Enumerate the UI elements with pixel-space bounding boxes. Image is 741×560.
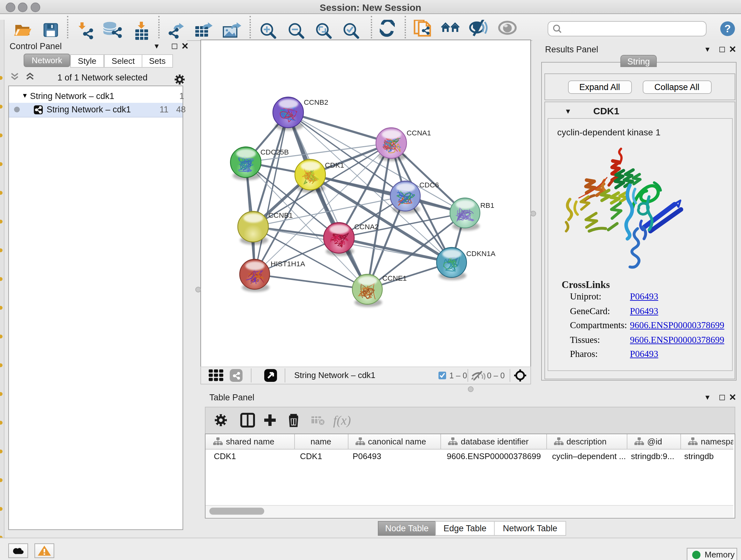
svg-text:RB1: RB1 [480,201,494,209]
svg-text:?: ? [724,23,731,35]
svg-text:1 – 0: 1 – 0 [449,371,467,380]
svg-text:CDKN1A: CDKN1A [466,250,496,258]
svg-text:CCNA2: CCNA2 [354,223,379,231]
svg-text:HIST1H1A: HIST1H1A [271,260,306,268]
svg-text:0 – 0: 0 – 0 [487,371,505,380]
svg-text:CCNA1: CCNA1 [407,129,431,137]
svg-text:f(x): f(x) [333,413,351,428]
svg-text:CCNE1: CCNE1 [382,274,407,282]
svg-text:CDK1: CDK1 [325,161,344,169]
svg-text:CCNB2: CCNB2 [304,98,328,106]
svg-text:CCNB1: CCNB1 [268,211,293,219]
svg-text:CDC25B: CDC25B [260,148,289,156]
svg-text:CDC6: CDC6 [419,181,439,189]
